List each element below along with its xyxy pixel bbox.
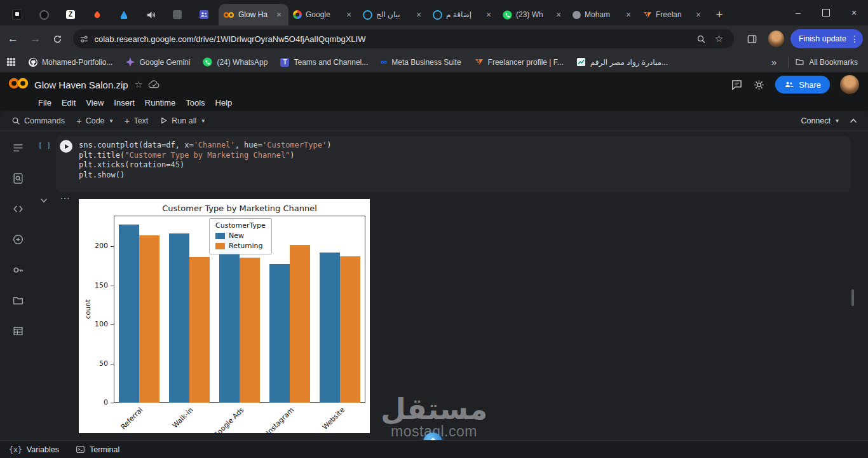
tab-close-icon[interactable]: × [274, 10, 284, 19]
cell-code[interactable]: sns.countplot(data=df, x='Channel', hue=… [79, 141, 331, 180]
share-button[interactable]: Share [775, 76, 830, 94]
y-tick-mark [111, 364, 114, 364]
new-tab-button[interactable]: + [710, 6, 728, 24]
bookmark-item[interactable]: Mohamed-Portfolio... [29, 58, 112, 67]
menu-edit[interactable]: Edit [57, 97, 81, 109]
pinned-tab[interactable] [164, 4, 191, 25]
bookmark-item[interactable]: (24) WhatsApp [203, 57, 268, 67]
menu-help[interactable]: Help [210, 97, 238, 109]
code-line[interactable]: plt.show() [79, 170, 331, 181]
comments-button[interactable] [731, 79, 743, 91]
side-panel-button[interactable] [743, 30, 760, 48]
code-line[interactable]: plt.title("Customer Type by Marketing Ch… [79, 151, 331, 161]
browser-profile-avatar[interactable] [768, 31, 784, 47]
menu-tools[interactable]: Tools [180, 97, 210, 109]
cloud-saved-icon[interactable] [148, 79, 160, 91]
colab-profile-avatar[interactable] [840, 75, 859, 94]
tab-inactive[interactable]: (23) Wh× [498, 4, 568, 25]
bookmark-item[interactable]: TTeams and Channel... [280, 58, 368, 67]
notebook-title[interactable]: Glow Haven Salon.zip [34, 80, 128, 90]
terminal-button[interactable]: Terminal [76, 445, 119, 454]
code-line[interactable]: sns.countplot(data=df, x='Channel', hue=… [79, 141, 331, 151]
collapse-output-button[interactable] [39, 196, 48, 207]
variables-button[interactable]: {x} Variables [9, 445, 59, 454]
pinned-tab[interactable] [4, 4, 31, 25]
pinned-tab[interactable] [111, 4, 137, 25]
chevron-down-icon[interactable]: ▾ [201, 117, 205, 124]
menu-runtime[interactable]: Runtime [140, 97, 180, 109]
tab-close-icon[interactable]: × [693, 10, 703, 19]
colab-favicon-icon [223, 11, 234, 19]
omnibox[interactable]: colab.research.google.com/drive/1WIDrlwq… [73, 29, 734, 48]
bookmark-item[interactable]: Google Gemini [125, 57, 190, 67]
connect-button[interactable]: Connect ▾ [801, 116, 839, 125]
forward-button[interactable]: → [26, 29, 44, 48]
code-line[interactable]: plt.xticks(rotation=45) [79, 160, 331, 170]
menu-file[interactable]: File [33, 97, 57, 109]
bookmarks-overflow-chevron[interactable]: » [766, 57, 782, 67]
pinned-tab[interactable] [191, 4, 217, 25]
settings-button[interactable] [753, 79, 765, 91]
chevron-down-icon[interactable]: ▾ [836, 117, 839, 124]
tab-close-icon[interactable]: × [414, 10, 424, 19]
sidebar-code-snippets-button[interactable] [8, 198, 28, 219]
tab-close-icon[interactable]: × [484, 10, 494, 19]
back-button[interactable]: ← [4, 29, 22, 48]
update-menu-dots-icon[interactable]: ⋮ [850, 34, 859, 44]
comment-icon [731, 79, 743, 91]
pinned-tabs: Z [4, 4, 217, 25]
sidebar-table-of-contents-button[interactable] [8, 137, 28, 158]
chevron-down-icon[interactable]: ▾ [110, 117, 113, 124]
left-sidebar-rail [0, 137, 36, 341]
sidebar-variable-inspector-button[interactable] [8, 229, 28, 249]
commands-button[interactable]: Commands [11, 116, 65, 125]
bookmark-item[interactable]: ∞Meta Business Suite [381, 57, 461, 67]
add-code-button[interactable]: + Code ▾ [76, 115, 113, 126]
scrollbar-thumb[interactable] [851, 289, 854, 306]
run-all-button[interactable]: Run all ▾ [159, 116, 205, 125]
menu-insert[interactable]: Insert [109, 97, 140, 109]
tab-close-icon[interactable]: × [623, 10, 634, 19]
close-button[interactable]: × [840, 0, 868, 25]
tab-close-icon[interactable]: × [344, 10, 354, 19]
bookmark-items: Mohamed-Portfolio...Google Gemini(24) Wh… [16, 57, 668, 67]
pinned-tab[interactable] [137, 4, 164, 25]
pinned-tab[interactable]: Z [57, 4, 84, 25]
sidebar-files-button[interactable] [8, 290, 28, 310]
pinned-tab[interactable] [31, 4, 57, 25]
collapse-header-button[interactable] [849, 116, 858, 125]
blue-ring-favicon-icon [433, 10, 442, 20]
sidebar-data-table-button[interactable] [8, 321, 28, 341]
add-text-button[interactable]: + Text [125, 115, 149, 126]
zoom-icon[interactable] [692, 30, 710, 48]
sidebar-find-and-replace-button[interactable] [8, 168, 28, 188]
tab-inactive[interactable]: Google× [288, 4, 358, 25]
site-info-icon[interactable] [79, 34, 89, 44]
minimize-button[interactable]: – [784, 0, 812, 25]
star-notebook-icon[interactable]: ☆ [135, 79, 143, 90]
tab-inactive[interactable]: بيان الخ× [358, 4, 428, 25]
tab-inactive[interactable]: Moham× [568, 4, 638, 25]
bookmark-label: Google Gemini [139, 58, 190, 67]
colab-logo[interactable] [8, 76, 29, 93]
bookmark-item[interactable]: Freelancer profile | F... [474, 57, 564, 67]
sidebar-secrets-button[interactable] [8, 260, 28, 280]
tab-active[interactable]: Glow Ha× [219, 4, 288, 25]
apps-grid-icon[interactable] [6, 57, 16, 67]
pinned-tab[interactable] [84, 4, 111, 25]
finish-update-button[interactable]: Finish update ⋮ [790, 29, 863, 48]
tab-inactive[interactable]: إضافة م× [428, 4, 498, 25]
tab-label: Freelan [656, 10, 689, 19]
menu-view[interactable]: View [81, 97, 109, 109]
all-bookmarks-button[interactable]: All Bookmarks [795, 57, 858, 67]
tab-close-icon[interactable]: × [553, 10, 564, 19]
refresh-button[interactable] [48, 29, 67, 48]
output-menu-button[interactable]: ⋯ [60, 192, 71, 204]
maximize-button[interactable] [812, 0, 840, 25]
run-cell-button[interactable] [60, 140, 72, 153]
bookmark-item[interactable]: مبادرة رواد مصر الرقم... [576, 57, 668, 67]
bookmark-star-icon[interactable]: ☆ [710, 30, 728, 48]
tabs-container: Glow Ha×Google×بيان الخ×إضافة م×(23) Wh×… [219, 4, 708, 25]
tab-inactive[interactable]: Freelan× [638, 4, 708, 25]
finish-update-label: Finish update [799, 34, 846, 43]
